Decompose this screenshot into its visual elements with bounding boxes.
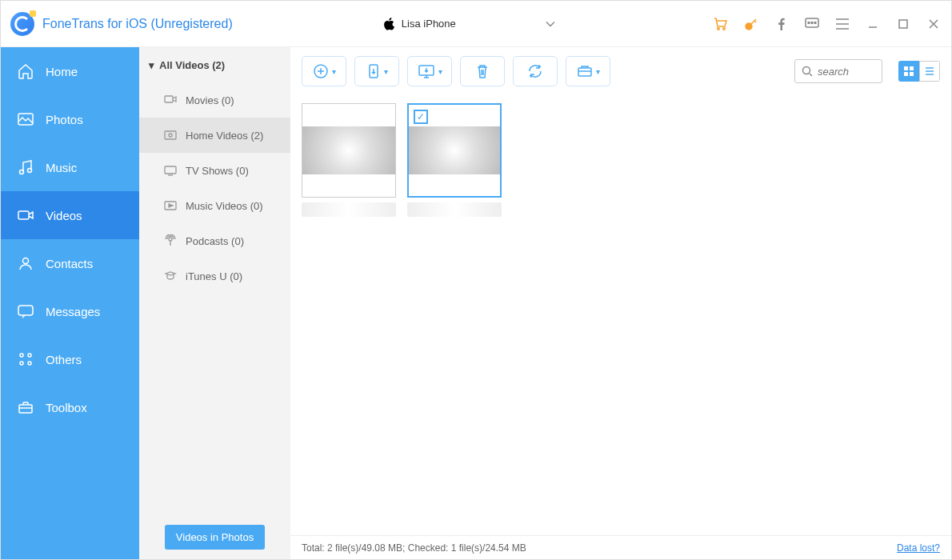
sidebar-item-toolbox[interactable]: Toolbox xyxy=(1,383,139,431)
menu-icon[interactable] xyxy=(834,16,850,32)
sub-item-movies[interactable]: Movies (0) xyxy=(139,82,290,118)
key-icon[interactable] xyxy=(743,16,759,32)
thumbnail-label xyxy=(407,202,502,217)
podcasts-icon xyxy=(163,234,178,248)
svg-rect-20 xyxy=(165,131,176,139)
sidebar-item-photos[interactable]: Photos xyxy=(1,95,139,143)
sidebar-item-messages[interactable]: Messages xyxy=(1,287,139,335)
sub-item-home-videos[interactable]: Home Videos (2) xyxy=(139,118,290,153)
search-input[interactable] xyxy=(818,66,875,78)
refresh-button[interactable] xyxy=(513,56,558,86)
minimize-icon[interactable] xyxy=(865,16,881,32)
export-to-device-button[interactable]: ▾ xyxy=(354,56,399,86)
sidebar-item-videos[interactable]: Videos xyxy=(1,191,139,239)
view-grid-button[interactable] xyxy=(898,61,919,82)
sidebar-item-home[interactable]: Home xyxy=(1,47,139,95)
sub-header-all-videos[interactable]: ▾ All Videos (2) xyxy=(139,47,290,82)
svg-rect-19 xyxy=(165,96,173,102)
home-videos-icon xyxy=(163,128,178,142)
folder-button[interactable]: ▾ xyxy=(566,56,610,86)
view-toggle xyxy=(898,61,940,82)
sidebar-item-label: Music xyxy=(46,161,77,174)
chevron-down-icon: ▾ xyxy=(384,67,388,76)
sidebar-item-others[interactable]: Others xyxy=(1,335,139,383)
svg-point-14 xyxy=(20,354,23,357)
cart-icon[interactable] xyxy=(713,16,729,32)
sub-item-label: iTunes U (0) xyxy=(186,270,242,282)
svg-rect-31 xyxy=(910,66,914,70)
svg-point-15 xyxy=(28,354,31,357)
add-button[interactable]: ▾ xyxy=(302,56,346,86)
sub-item-itunes-u[interactable]: iTunes U (0) xyxy=(139,258,290,294)
export-to-pc-button[interactable]: ▾ xyxy=(407,56,452,86)
device-selector[interactable]: Lisa iPhone xyxy=(373,14,565,34)
delete-button[interactable] xyxy=(460,56,505,86)
data-lost-link[interactable]: Data lost? xyxy=(897,542,940,554)
svg-rect-32 xyxy=(904,72,908,76)
svg-rect-13 xyxy=(18,306,33,315)
sub-item-podcasts[interactable]: Podcasts (0) xyxy=(139,223,290,258)
sidebar-item-label: Home xyxy=(46,65,78,78)
app-title: FoneTrans for iOS (Unregistered) xyxy=(42,17,233,31)
sub-item-label: TV Shows (0) xyxy=(186,165,249,177)
thumbnail-label xyxy=(302,202,396,217)
chevron-down-icon: ▾ xyxy=(438,67,442,76)
svg-point-17 xyxy=(28,362,31,365)
sidebar-item-label: Toolbox xyxy=(46,401,87,414)
status-text: Total: 2 file(s)/49.08 MB; Checked: 1 fi… xyxy=(302,542,526,554)
chevron-down-icon: ▾ xyxy=(332,67,336,76)
thumbnail-box xyxy=(302,103,396,198)
svg-point-4 xyxy=(808,22,810,23)
svg-rect-7 xyxy=(899,20,907,28)
svg-point-16 xyxy=(20,362,23,365)
sub-header-label: All Videos (2) xyxy=(159,59,225,71)
sidebar-item-contacts[interactable]: Contacts xyxy=(1,239,139,287)
svg-point-2 xyxy=(746,23,752,30)
svg-point-21 xyxy=(169,134,172,137)
close-icon[interactable] xyxy=(926,16,942,32)
view-list-button[interactable] xyxy=(919,61,940,82)
checkbox-checked-icon[interactable]: ✓ xyxy=(414,110,428,124)
svg-point-0 xyxy=(718,27,720,30)
sidebar-item-label: Videos xyxy=(46,209,82,222)
sub-item-label: Home Videos (2) xyxy=(186,130,263,142)
sidebar: Home Photos Music Videos Contacts Messag… xyxy=(1,47,139,559)
maximize-icon[interactable] xyxy=(895,16,911,32)
sidebar-item-label: Others xyxy=(46,353,82,366)
chevron-down-icon: ▾ xyxy=(596,67,600,76)
feedback-icon[interactable] xyxy=(804,16,820,32)
home-icon xyxy=(17,62,34,80)
thumbnail-preview xyxy=(302,126,395,174)
thumbnail-preview xyxy=(409,126,500,174)
music-videos-icon xyxy=(163,198,178,213)
svg-rect-33 xyxy=(910,72,914,76)
svg-rect-11 xyxy=(18,211,29,219)
videos-in-photos-button[interactable]: Videos in Photos xyxy=(165,525,265,550)
contacts-icon xyxy=(17,254,34,272)
sub-item-label: Music Videos (0) xyxy=(186,200,263,212)
video-thumbnail[interactable] xyxy=(302,103,396,217)
video-thumbnail[interactable]: ✓ xyxy=(407,103,502,217)
facebook-icon[interactable] xyxy=(774,16,790,32)
sidebar-item-label: Photos xyxy=(46,113,83,126)
sub-item-label: Movies (0) xyxy=(186,94,234,106)
search-box[interactable] xyxy=(794,59,882,83)
triangle-down-icon: ▾ xyxy=(149,59,154,71)
others-icon xyxy=(17,350,34,368)
toolbox-icon xyxy=(17,398,34,416)
sub-item-music-videos[interactable]: Music Videos (0) xyxy=(139,188,290,223)
svg-point-12 xyxy=(23,258,29,264)
svg-point-1 xyxy=(723,27,726,30)
svg-point-9 xyxy=(20,170,24,174)
app-logo xyxy=(10,12,34,36)
svg-rect-22 xyxy=(165,166,176,174)
apple-icon xyxy=(382,17,395,31)
sub-item-tv-shows[interactable]: TV Shows (0) xyxy=(139,153,290,188)
sub-sidebar: ▾ All Videos (2) Movies (0) Home Videos … xyxy=(139,47,290,559)
sidebar-item-music[interactable]: Music xyxy=(1,143,139,191)
sub-item-label: Podcasts (0) xyxy=(186,235,244,247)
videos-icon xyxy=(17,206,34,224)
chevron-down-icon xyxy=(546,21,555,27)
main-panel: ▾ ▾ ▾ ▾ xyxy=(290,47,951,559)
svg-point-29 xyxy=(803,67,810,74)
